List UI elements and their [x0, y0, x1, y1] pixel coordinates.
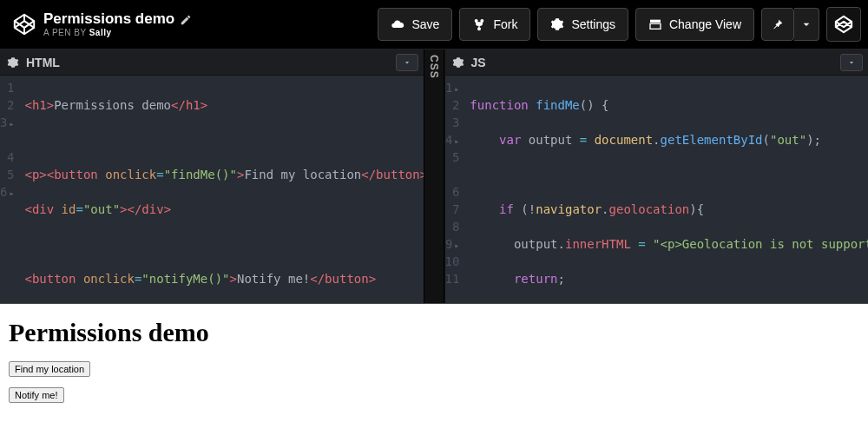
pen-byline: A PEN BY Sally — [43, 28, 192, 37]
change-view-label: Change View — [669, 17, 741, 31]
settings-label: Settings — [571, 17, 615, 31]
edit-icon[interactable] — [180, 14, 192, 26]
chevron-down-icon — [403, 58, 411, 67]
html-gutter: 1 2 3 4 5 6 — [0, 76, 19, 303]
js-pane-dropdown[interactable] — [840, 54, 863, 71]
fork-icon — [472, 17, 486, 31]
settings-button[interactable]: Settings — [537, 8, 628, 41]
gear-icon[interactable] — [452, 56, 464, 69]
save-button[interactable]: Save — [378, 8, 452, 41]
find-location-button[interactable]: Find my location — [9, 361, 90, 377]
js-pane: JS 1 2 3 4 5 6 7 8 9 10 11 function find… — [444, 49, 869, 303]
change-view-button[interactable]: Change View — [635, 8, 754, 41]
pin-button[interactable] — [761, 8, 794, 41]
svg-rect-0 — [650, 20, 661, 23]
notify-me-button[interactable]: Notify me! — [9, 387, 64, 403]
layout-icon — [648, 17, 662, 31]
gear-icon — [550, 17, 564, 31]
cloud-icon — [391, 17, 404, 31]
preview-heading: Permissions demo — [9, 318, 859, 347]
top-toolbar: Permissions demo A PEN BY Sally Save For… — [0, 0, 868, 49]
pen-title: Permissions demo — [43, 11, 174, 28]
logo-area[interactable]: Permissions demo A PEN BY Sally — [7, 11, 197, 37]
svg-rect-1 — [650, 23, 661, 29]
save-label: Save — [411, 17, 439, 31]
html-pane-title: HTML — [26, 56, 389, 69]
codepen-logo-icon — [12, 12, 36, 36]
css-pane-collapsed[interactable]: CSS — [424, 49, 444, 303]
chevron-down-icon — [847, 58, 856, 67]
chevron-down-icon — [799, 17, 813, 31]
preview-pane: Permissions demo Find my location Notify… — [0, 304, 868, 442]
gear-icon[interactable] — [7, 56, 19, 69]
css-tab-label: CSS — [428, 49, 440, 79]
html-code-editor[interactable]: 1 2 3 4 5 6 <h1>Permissions demo</h1> <p… — [0, 76, 424, 303]
js-code-editor[interactable]: 1 2 3 4 5 6 7 8 9 10 11 function findMe(… — [445, 76, 869, 303]
fork-label: Fork — [493, 17, 517, 31]
pen-info: Permissions demo A PEN BY Sally — [43, 11, 192, 37]
pin-icon — [771, 17, 785, 31]
html-code-body[interactable]: <h1>Permissions demo</h1> <p><button onc… — [19, 76, 423, 303]
editor-area: HTML 1 2 3 4 5 6 <h1>Permissions demo</h… — [0, 49, 868, 304]
js-code-body[interactable]: function findMe() { var output = documen… — [464, 76, 868, 303]
profile-avatar[interactable] — [826, 7, 861, 42]
html-pane-dropdown[interactable] — [396, 54, 418, 71]
pen-title-row[interactable]: Permissions demo — [43, 11, 192, 28]
js-pane-title: JS — [471, 56, 834, 69]
author-name[interactable]: Sally — [89, 28, 112, 37]
html-pane-header: HTML — [0, 49, 424, 76]
avatar-icon — [832, 13, 855, 36]
js-pane-header: JS — [445, 49, 869, 76]
fork-button[interactable]: Fork — [459, 8, 530, 41]
html-pane: HTML 1 2 3 4 5 6 <h1>Permissions demo</h… — [0, 49, 424, 303]
js-gutter: 1 2 3 4 5 6 7 8 9 10 11 — [445, 76, 465, 303]
pin-dropdown-button[interactable] — [794, 8, 819, 41]
pen-by-prefix: A PEN BY — [43, 28, 86, 37]
